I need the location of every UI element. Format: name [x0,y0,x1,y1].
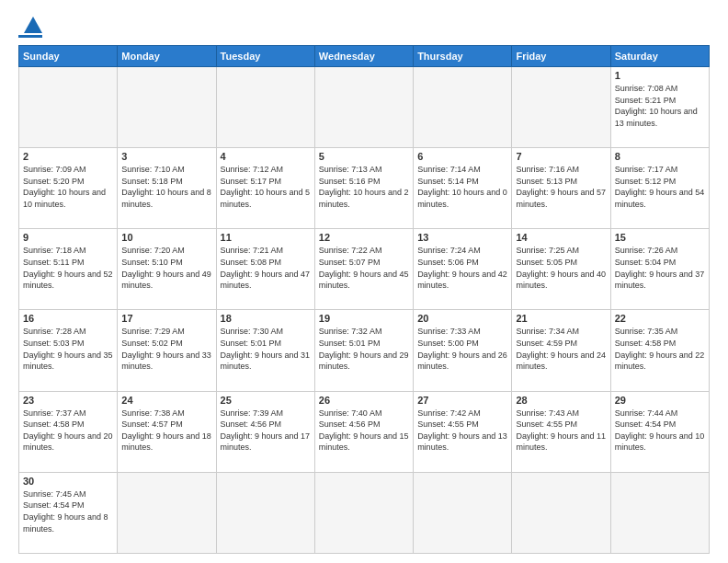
day-info: Sunrise: 7:39 AM Sunset: 4:56 PM Dayligh… [221,408,311,454]
day-cell [512,67,610,148]
day-number: 24 [121,395,211,406]
day-number: 30 [23,476,113,487]
day-cell [314,472,413,553]
day-number: 6 [417,151,507,162]
day-cell: 12Sunrise: 7:22 AM Sunset: 5:07 PM Dayli… [314,229,413,310]
day-info: Sunrise: 7:08 AM Sunset: 5:21 PM Dayligh… [615,83,705,129]
day-number: 27 [417,395,507,406]
day-info: Sunrise: 7:10 AM Sunset: 5:18 PM Dayligh… [121,164,211,210]
day-cell [314,67,413,148]
day-info: Sunrise: 7:30 AM Sunset: 5:01 PM Dayligh… [221,326,311,372]
day-info: Sunrise: 7:34 AM Sunset: 4:59 PM Dayligh… [516,326,606,372]
day-number: 12 [319,232,409,243]
day-number: 23 [23,395,113,406]
day-info: Sunrise: 7:44 AM Sunset: 4:54 PM Dayligh… [615,408,705,454]
day-number: 8 [615,151,705,162]
day-cell: 18Sunrise: 7:30 AM Sunset: 5:01 PM Dayli… [216,310,314,391]
weekday-thursday: Thursday [414,46,512,67]
day-cell [216,472,314,553]
day-cell: 10Sunrise: 7:20 AM Sunset: 5:10 PM Dayli… [118,229,216,310]
day-info: Sunrise: 7:09 AM Sunset: 5:20 PM Dayligh… [23,164,113,210]
day-info: Sunrise: 7:32 AM Sunset: 5:01 PM Dayligh… [319,326,409,372]
day-cell [610,472,709,553]
day-info: Sunrise: 7:26 AM Sunset: 5:04 PM Dayligh… [615,245,705,291]
day-info: Sunrise: 7:42 AM Sunset: 4:55 PM Dayligh… [417,408,507,454]
day-cell [414,472,512,553]
day-cell: 20Sunrise: 7:33 AM Sunset: 5:00 PM Dayli… [414,310,512,391]
day-cell: 6Sunrise: 7:14 AM Sunset: 5:14 PM Daylig… [414,148,512,229]
day-cell: 17Sunrise: 7:29 AM Sunset: 5:02 PM Dayli… [118,310,216,391]
day-cell [118,67,216,148]
day-info: Sunrise: 7:45 AM Sunset: 4:54 PM Dayligh… [23,488,113,534]
week-row-4: 16Sunrise: 7:28 AM Sunset: 5:03 PM Dayli… [19,310,710,391]
day-cell: 15Sunrise: 7:26 AM Sunset: 5:04 PM Dayli… [610,229,709,310]
day-info: Sunrise: 7:18 AM Sunset: 5:11 PM Dayligh… [23,245,113,291]
day-cell [216,67,314,148]
day-info: Sunrise: 7:22 AM Sunset: 5:07 PM Dayligh… [319,245,409,291]
day-number: 22 [615,313,705,324]
day-cell: 13Sunrise: 7:24 AM Sunset: 5:06 PM Dayli… [414,229,512,310]
logo-triangle-icon [24,17,42,33]
day-cell: 24Sunrise: 7:38 AM Sunset: 4:57 PM Dayli… [118,391,216,472]
day-cell: 3Sunrise: 7:10 AM Sunset: 5:18 PM Daylig… [118,148,216,229]
day-number: 20 [417,313,507,324]
day-cell: 22Sunrise: 7:35 AM Sunset: 4:58 PM Dayli… [610,310,709,391]
day-number: 15 [615,232,705,243]
day-cell: 16Sunrise: 7:28 AM Sunset: 5:03 PM Dayli… [19,310,118,391]
day-cell: 1Sunrise: 7:08 AM Sunset: 5:21 PM Daylig… [610,67,709,148]
day-cell: 19Sunrise: 7:32 AM Sunset: 5:01 PM Dayli… [314,310,413,391]
day-info: Sunrise: 7:12 AM Sunset: 5:17 PM Dayligh… [221,164,311,210]
day-number: 26 [319,395,409,406]
day-cell: 27Sunrise: 7:42 AM Sunset: 4:55 PM Dayli… [414,391,512,472]
day-info: Sunrise: 7:28 AM Sunset: 5:03 PM Dayligh… [23,326,113,372]
day-number: 29 [615,395,705,406]
day-info: Sunrise: 7:33 AM Sunset: 5:00 PM Dayligh… [417,326,507,372]
day-info: Sunrise: 7:13 AM Sunset: 5:16 PM Dayligh… [319,164,409,210]
day-cell [414,67,512,148]
day-number: 3 [121,151,211,162]
day-number: 1 [615,70,705,81]
day-number: 5 [319,151,409,162]
page: SundayMondayTuesdayWednesdayThursdayFrid… [0,0,728,563]
day-number: 17 [121,313,211,324]
day-info: Sunrise: 7:40 AM Sunset: 4:56 PM Dayligh… [319,408,409,454]
day-info: Sunrise: 7:25 AM Sunset: 5:05 PM Dayligh… [516,245,606,291]
day-cell: 21Sunrise: 7:34 AM Sunset: 4:59 PM Dayli… [512,310,610,391]
day-number: 2 [23,151,113,162]
day-cell: 5Sunrise: 7:13 AM Sunset: 5:16 PM Daylig… [314,148,413,229]
day-cell: 28Sunrise: 7:43 AM Sunset: 4:55 PM Dayli… [512,391,610,472]
weekday-saturday: Saturday [610,46,709,67]
day-number: 4 [221,151,311,162]
day-cell: 14Sunrise: 7:25 AM Sunset: 5:05 PM Dayli… [512,229,610,310]
day-cell: 7Sunrise: 7:16 AM Sunset: 5:13 PM Daylig… [512,148,610,229]
logo-underline [18,35,42,38]
day-info: Sunrise: 7:35 AM Sunset: 4:58 PM Dayligh… [615,326,705,372]
logo [18,17,42,38]
weekday-friday: Friday [512,46,610,67]
day-cell: 8Sunrise: 7:17 AM Sunset: 5:12 PM Daylig… [610,148,709,229]
day-info: Sunrise: 7:38 AM Sunset: 4:57 PM Dayligh… [121,408,211,454]
day-number: 10 [121,232,211,243]
day-info: Sunrise: 7:16 AM Sunset: 5:13 PM Dayligh… [516,164,606,210]
day-info: Sunrise: 7:43 AM Sunset: 4:55 PM Dayligh… [516,408,606,454]
day-info: Sunrise: 7:24 AM Sunset: 5:06 PM Dayligh… [417,245,507,291]
day-number: 25 [221,395,311,406]
day-cell: 25Sunrise: 7:39 AM Sunset: 4:56 PM Dayli… [216,391,314,472]
day-number: 9 [23,232,113,243]
day-number: 21 [516,313,606,324]
day-cell: 30Sunrise: 7:45 AM Sunset: 4:54 PM Dayli… [19,472,118,553]
day-number: 28 [516,395,606,406]
day-number: 16 [23,313,113,324]
weekday-header-row: SundayMondayTuesdayWednesdayThursdayFrid… [19,46,710,67]
weekday-sunday: Sunday [19,46,118,67]
day-info: Sunrise: 7:17 AM Sunset: 5:12 PM Dayligh… [615,164,705,210]
day-cell: 4Sunrise: 7:12 AM Sunset: 5:17 PM Daylig… [216,148,314,229]
day-info: Sunrise: 7:21 AM Sunset: 5:08 PM Dayligh… [221,245,311,291]
day-info: Sunrise: 7:20 AM Sunset: 5:10 PM Dayligh… [121,245,211,291]
header [18,17,710,38]
day-number: 18 [221,313,311,324]
day-cell: 23Sunrise: 7:37 AM Sunset: 4:58 PM Dayli… [19,391,118,472]
weekday-wednesday: Wednesday [314,46,413,67]
day-info: Sunrise: 7:14 AM Sunset: 5:14 PM Dayligh… [417,164,507,210]
day-cell: 9Sunrise: 7:18 AM Sunset: 5:11 PM Daylig… [19,229,118,310]
